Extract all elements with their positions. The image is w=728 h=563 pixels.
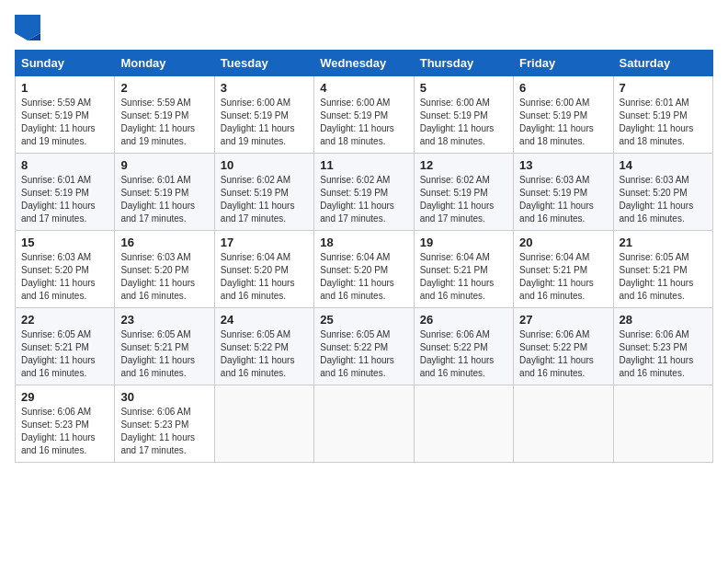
day-info: Sunrise: 6:03 AMSunset: 5:20 PMDaylight:… <box>21 252 96 301</box>
day-info: Sunrise: 6:00 AMSunset: 5:19 PMDaylight:… <box>221 98 295 146</box>
day-info: Sunrise: 6:05 AMSunset: 5:22 PMDaylight:… <box>221 329 295 378</box>
day-number: 4 <box>320 81 407 95</box>
calendar-day <box>214 385 313 463</box>
day-number: 1 <box>21 81 108 95</box>
calendar-day: 23 Sunrise: 6:05 AMSunset: 5:21 PMDaylig… <box>115 308 214 385</box>
calendar-day: 20 Sunrise: 6:04 AMSunset: 5:21 PMDaylig… <box>514 231 613 308</box>
day-number: 15 <box>21 236 108 249</box>
day-info: Sunrise: 6:01 AMSunset: 5:19 PMDaylight:… <box>21 175 96 224</box>
calendar-day: 24 Sunrise: 6:05 AMSunset: 5:22 PMDaylig… <box>214 308 313 385</box>
day-number: 29 <box>21 390 108 404</box>
column-header-sunday: Sunday <box>16 51 115 76</box>
calendar-table: SundayMondayTuesdayWednesdayThursdayFrid… <box>15 50 713 463</box>
calendar-week-2: 8 Sunrise: 6:01 AMSunset: 5:19 PMDayligh… <box>16 154 713 231</box>
day-number: 30 <box>120 390 208 404</box>
calendar-week-3: 15 Sunrise: 6:03 AMSunset: 5:20 PMDaylig… <box>16 231 713 308</box>
column-header-wednesday: Wednesday <box>314 51 414 76</box>
calendar-header-row: SundayMondayTuesdayWednesdayThursdayFrid… <box>16 51 713 76</box>
day-info: Sunrise: 6:04 AMSunset: 5:21 PMDaylight:… <box>420 252 495 301</box>
page-header <box>15 15 713 40</box>
calendar-day: 14 Sunrise: 6:03 AMSunset: 5:20 PMDaylig… <box>613 154 712 231</box>
day-info: Sunrise: 6:02 AMSunset: 5:19 PMDaylight:… <box>420 175 495 224</box>
calendar-day: 6 Sunrise: 6:00 AMSunset: 5:19 PMDayligh… <box>514 76 613 154</box>
calendar-day: 4 Sunrise: 6:00 AMSunset: 5:19 PMDayligh… <box>314 76 414 154</box>
calendar-day: 15 Sunrise: 6:03 AMSunset: 5:20 PMDaylig… <box>16 231 115 308</box>
day-number: 19 <box>420 236 507 249</box>
day-info: Sunrise: 5:59 AMSunset: 5:19 PMDaylight:… <box>21 98 96 146</box>
day-number: 28 <box>620 313 707 327</box>
calendar-day: 25 Sunrise: 6:05 AMSunset: 5:22 PMDaylig… <box>314 308 414 385</box>
day-info: Sunrise: 6:06 AMSunset: 5:23 PMDaylight:… <box>21 407 96 455</box>
calendar-day: 19 Sunrise: 6:04 AMSunset: 5:21 PMDaylig… <box>414 231 513 308</box>
calendar-day: 7 Sunrise: 6:01 AMSunset: 5:19 PMDayligh… <box>613 76 712 154</box>
day-number: 23 <box>120 313 208 327</box>
calendar-day <box>514 385 613 463</box>
day-number: 10 <box>221 158 308 172</box>
day-info: Sunrise: 6:01 AMSunset: 5:19 PMDaylight:… <box>120 175 195 224</box>
day-info: Sunrise: 6:05 AMSunset: 5:21 PMDaylight:… <box>120 329 195 378</box>
calendar-day: 22 Sunrise: 6:05 AMSunset: 5:21 PMDaylig… <box>16 308 115 385</box>
day-number: 26 <box>420 313 507 327</box>
logo-icon <box>15 15 40 40</box>
day-info: Sunrise: 6:01 AMSunset: 5:19 PMDaylight:… <box>620 98 694 146</box>
calendar-day: 10 Sunrise: 6:02 AMSunset: 5:19 PMDaylig… <box>214 154 313 231</box>
day-number: 12 <box>420 158 507 172</box>
day-number: 18 <box>320 236 407 249</box>
column-header-thursday: Thursday <box>414 51 513 76</box>
day-info: Sunrise: 6:05 AMSunset: 5:21 PMDaylight:… <box>620 252 694 301</box>
day-number: 9 <box>120 158 208 172</box>
day-info: Sunrise: 6:02 AMSunset: 5:19 PMDaylight:… <box>221 175 295 224</box>
day-number: 25 <box>320 313 407 327</box>
calendar-day: 1 Sunrise: 5:59 AMSunset: 5:19 PMDayligh… <box>16 76 115 154</box>
calendar-day: 5 Sunrise: 6:00 AMSunset: 5:19 PMDayligh… <box>414 76 513 154</box>
calendar-day: 2 Sunrise: 5:59 AMSunset: 5:19 PMDayligh… <box>115 76 214 154</box>
calendar-day <box>314 385 414 463</box>
day-number: 22 <box>21 313 108 327</box>
calendar-day: 29 Sunrise: 6:06 AMSunset: 5:23 PMDaylig… <box>16 385 115 463</box>
day-info: Sunrise: 5:59 AMSunset: 5:19 PMDaylight:… <box>120 98 195 146</box>
day-info: Sunrise: 6:05 AMSunset: 5:22 PMDaylight:… <box>320 329 394 378</box>
day-info: Sunrise: 6:00 AMSunset: 5:19 PMDaylight:… <box>320 98 394 146</box>
column-header-monday: Monday <box>115 51 214 76</box>
day-info: Sunrise: 6:00 AMSunset: 5:19 PMDaylight:… <box>519 98 594 146</box>
calendar-day: 18 Sunrise: 6:04 AMSunset: 5:20 PMDaylig… <box>314 231 414 308</box>
day-number: 17 <box>221 236 308 249</box>
day-info: Sunrise: 6:06 AMSunset: 5:22 PMDaylight:… <box>420 329 495 378</box>
day-number: 11 <box>320 158 407 172</box>
calendar-day: 27 Sunrise: 6:06 AMSunset: 5:22 PMDaylig… <box>514 308 613 385</box>
day-number: 7 <box>620 81 707 95</box>
day-number: 6 <box>519 81 607 95</box>
calendar-day: 3 Sunrise: 6:00 AMSunset: 5:19 PMDayligh… <box>214 76 313 154</box>
logo <box>15 15 44 40</box>
day-number: 20 <box>519 236 607 249</box>
day-info: Sunrise: 6:02 AMSunset: 5:19 PMDaylight:… <box>320 175 394 224</box>
day-number: 16 <box>120 236 208 249</box>
day-number: 24 <box>221 313 308 327</box>
calendar-day <box>414 385 513 463</box>
day-info: Sunrise: 6:05 AMSunset: 5:21 PMDaylight:… <box>21 329 96 378</box>
calendar-week-4: 22 Sunrise: 6:05 AMSunset: 5:21 PMDaylig… <box>16 308 713 385</box>
day-info: Sunrise: 6:04 AMSunset: 5:20 PMDaylight:… <box>320 252 394 301</box>
day-info: Sunrise: 6:06 AMSunset: 5:23 PMDaylight:… <box>120 407 195 455</box>
calendar-day: 26 Sunrise: 6:06 AMSunset: 5:22 PMDaylig… <box>414 308 513 385</box>
calendar-day: 17 Sunrise: 6:04 AMSunset: 5:20 PMDaylig… <box>214 231 313 308</box>
day-info: Sunrise: 6:00 AMSunset: 5:19 PMDaylight:… <box>420 98 495 146</box>
calendar-week-1: 1 Sunrise: 5:59 AMSunset: 5:19 PMDayligh… <box>16 76 713 154</box>
column-header-tuesday: Tuesday <box>214 51 313 76</box>
day-info: Sunrise: 6:04 AMSunset: 5:21 PMDaylight:… <box>519 252 594 301</box>
day-number: 2 <box>120 81 208 95</box>
day-number: 27 <box>519 313 607 327</box>
column-header-friday: Friday <box>514 51 613 76</box>
calendar-day: 9 Sunrise: 6:01 AMSunset: 5:19 PMDayligh… <box>115 154 214 231</box>
day-number: 21 <box>620 236 707 249</box>
calendar-day: 11 Sunrise: 6:02 AMSunset: 5:19 PMDaylig… <box>314 154 414 231</box>
day-info: Sunrise: 6:03 AMSunset: 5:19 PMDaylight:… <box>519 175 594 224</box>
calendar-day: 12 Sunrise: 6:02 AMSunset: 5:19 PMDaylig… <box>414 154 513 231</box>
day-number: 5 <box>420 81 507 95</box>
calendar-day: 13 Sunrise: 6:03 AMSunset: 5:19 PMDaylig… <box>514 154 613 231</box>
column-header-saturday: Saturday <box>613 51 712 76</box>
day-number: 14 <box>620 158 707 172</box>
day-number: 13 <box>519 158 607 172</box>
day-info: Sunrise: 6:06 AMSunset: 5:22 PMDaylight:… <box>519 329 594 378</box>
calendar-week-5: 29 Sunrise: 6:06 AMSunset: 5:23 PMDaylig… <box>16 385 713 463</box>
